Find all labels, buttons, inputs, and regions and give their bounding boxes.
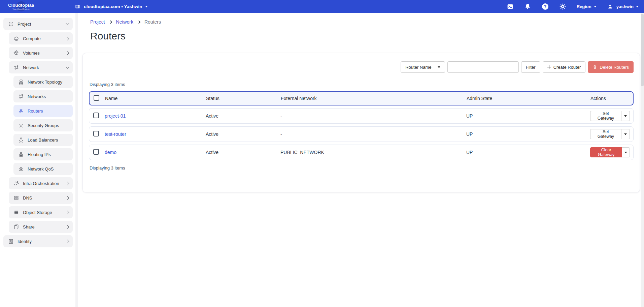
router-name-link[interactable]: project-01	[105, 113, 126, 119]
top-navbar: Cloudtopiaa Your Cloud Partner cloudtopi…	[0, 0, 644, 13]
sidebar-item-share[interactable]: Share	[9, 221, 73, 233]
chevron-right-icon	[66, 240, 69, 243]
sidebar-item-compute[interactable]: Compute	[9, 32, 73, 44]
status-value: Active	[206, 113, 280, 119]
sidebar-item-volumes[interactable]: Volumes	[9, 47, 73, 59]
delete-routers-label: Delete Routers	[600, 65, 629, 70]
breadcrumb-project-link[interactable]: Project	[90, 19, 105, 25]
sidebar-item-label: Object Storage	[23, 210, 52, 215]
chevron-right-icon	[66, 37, 69, 40]
sidebar-item-networks[interactable]: Networks	[13, 90, 73, 102]
console-icon[interactable]	[507, 3, 514, 10]
sidebar-item-object-storage[interactable]: Object Storage	[9, 206, 73, 218]
dns-servers-icon	[13, 194, 20, 201]
chevron-right-icon	[66, 225, 69, 228]
row-actions-dropdown[interactable]	[621, 129, 630, 139]
set-gateway-button[interactable]: Set Gateway	[590, 129, 621, 139]
chevron-right-icon	[137, 20, 140, 24]
sidebar-item-label: Identity	[18, 239, 32, 244]
create-router-label: Create Router	[553, 65, 581, 70]
chevron-right-icon	[66, 196, 69, 199]
sidebar-item-load-balancers[interactable]: Load Balancers	[13, 134, 73, 146]
create-router-button[interactable]: Create Router	[543, 61, 586, 73]
row-checkbox[interactable]	[93, 131, 99, 136]
region-selector[interactable]: Region	[577, 4, 597, 9]
delete-routers-button[interactable]: Delete Routers	[588, 61, 634, 73]
chevron-down-icon	[636, 6, 639, 7]
sidebar-item-label: Project	[18, 22, 31, 27]
volumes-cube-icon	[13, 50, 20, 56]
filter-field-dropdown[interactable]: Router Name =	[401, 61, 445, 73]
chevron-down-icon	[594, 6, 597, 7]
page-scrollbar[interactable]	[641, 13, 644, 307]
table-row: project-01 Active - UP Set Gateway	[89, 108, 634, 124]
brand-tagline: Your Cloud Partner	[8, 8, 34, 10]
row-actions-dropdown[interactable]	[621, 111, 630, 121]
infra-orchestration-icon	[13, 180, 20, 187]
help-glyph: ?	[542, 3, 548, 10]
status-value: Active	[206, 150, 280, 155]
sidebar-item-network-qos[interactable]: Network QoS	[13, 163, 73, 175]
router-icon	[18, 108, 24, 114]
select-all-checkbox[interactable]	[94, 95, 99, 101]
user-menu[interactable]: yashwin	[607, 3, 639, 10]
sidebar-item-security-groups[interactable]: Security Groups	[13, 119, 73, 131]
column-header-actions: Actions	[590, 96, 633, 101]
domain-project-selector[interactable]: cloudtopiaa.com • Yashwin	[74, 3, 147, 10]
scrollbar-thumb[interactable]	[641, 14, 644, 86]
help-icon[interactable]: ?	[542, 3, 549, 10]
routers-panel: Router Name = Filter Create Router Delet…	[82, 53, 640, 192]
row-checkbox[interactable]	[93, 149, 99, 155]
sidebar: Project Compute Volumes Network	[0, 13, 78, 307]
domain-icon	[74, 3, 81, 10]
sidebar-item-label: Floating IPs	[28, 152, 51, 157]
chevron-down-icon	[624, 133, 627, 135]
object-storage-icon	[13, 209, 20, 216]
chevron-down-icon	[624, 152, 627, 153]
filter-button[interactable]: Filter	[521, 61, 540, 73]
sidebar-item-label: Volumes	[23, 51, 40, 56]
notifications-bell-icon[interactable]	[524, 3, 532, 10]
trash-icon	[592, 65, 597, 69]
sidebar-item-network-topology[interactable]: Network Topology	[13, 76, 73, 88]
row-checkbox[interactable]	[93, 113, 99, 118]
sidebar-item-identity[interactable]: Identity	[3, 235, 73, 247]
security-groups-icon	[18, 122, 24, 129]
sidebar-item-label: Share	[23, 224, 35, 229]
sidebar-item-floating-ips[interactable]: Floating IPs	[13, 148, 73, 160]
network-nodes-icon	[13, 64, 20, 71]
sidebar-item-label: Load Balancers	[28, 137, 58, 143]
table-row: demo Active PUBLIC_NETWORK UP Clear Gate…	[89, 145, 634, 160]
column-header-admin-state: Admin State	[467, 96, 590, 101]
sidebar-item-dns[interactable]: DNS	[9, 192, 73, 204]
router-name-link[interactable]: demo	[105, 150, 116, 155]
filter-search-input[interactable]	[447, 61, 519, 73]
sidebar-item-network[interactable]: Network	[9, 61, 73, 73]
sidebar-item-label: Network Topology	[28, 80, 62, 85]
column-header-status: Status	[206, 96, 281, 101]
row-actions-dropdown[interactable]	[622, 147, 630, 157]
breadcrumb: Project Network Routers	[90, 19, 644, 25]
sidebar-item-label: DNS	[23, 195, 32, 201]
context-label: cloudtopiaa.com • Yashwin	[84, 4, 142, 9]
status-value: Active	[206, 131, 280, 137]
brand-logo[interactable]: Cloudtopiaa Your Cloud Partner	[8, 3, 34, 10]
column-header-name: Name	[105, 96, 206, 101]
chevron-down-icon	[624, 115, 627, 117]
external-network-value: PUBLIC_NETWORK	[280, 150, 466, 155]
sidebar-item-infra-orchestration[interactable]: Infra Orchestration	[9, 177, 73, 189]
set-gateway-button[interactable]: Set Gateway	[590, 111, 621, 121]
plus-icon	[547, 65, 551, 69]
sidebar-item-routers[interactable]: Routers	[13, 105, 73, 117]
sidebar-item-project[interactable]: Project	[3, 18, 73, 30]
sidebar-item-label: Security Groups	[28, 123, 59, 128]
network-topology-icon	[18, 79, 24, 85]
router-name-link[interactable]: test-router	[105, 131, 126, 137]
clear-gateway-button[interactable]: Clear Gateway	[590, 147, 622, 157]
chevron-down-icon	[438, 66, 440, 68]
table-toolbar: Router Name = Filter Create Router Delet…	[89, 61, 634, 73]
floating-ips-icon	[18, 151, 24, 158]
breadcrumb-network-link[interactable]: Network	[116, 19, 133, 25]
chevron-down-icon	[66, 22, 69, 25]
settings-gear-icon[interactable]	[559, 3, 567, 10]
